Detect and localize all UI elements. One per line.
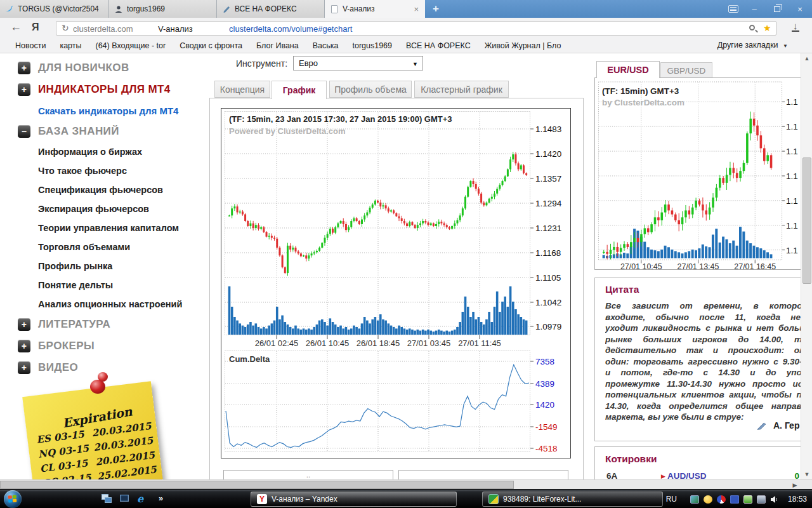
- tab-2[interactable]: График: [272, 81, 327, 99]
- sidebar-link[interactable]: Скачать индикаторы для МТ4: [0, 100, 209, 121]
- liteforex-icon: [488, 494, 499, 504]
- sidebar-section-label: ЛИТЕРАТУРА: [38, 318, 110, 331]
- quote-signature: А. Гер: [757, 420, 799, 431]
- vertical-scroll-thumb[interactable]: [802, 157, 811, 284]
- bookmark-item[interactable]: Васька: [313, 41, 339, 50]
- scroll-down-icon[interactable]: ▼: [801, 469, 812, 479]
- bookmark-item[interactable]: карты: [60, 41, 81, 50]
- window-switcher-icon[interactable]: [102, 494, 113, 504]
- taskbar-button-2[interactable]: 938489: LiteForex-Lit...: [482, 491, 663, 507]
- downloads-button[interactable]: ↓: [792, 21, 799, 32]
- svg-text:1.1: 1.1: [786, 246, 798, 255]
- other-bookmarks-button[interactable]: Другие закладки ▼: [717, 41, 788, 50]
- yandex-menu-button[interactable]: Я: [32, 22, 39, 33]
- back-button[interactable]: ←: [10, 20, 22, 34]
- bookmark-item[interactable]: Сводки с фронта: [180, 41, 242, 50]
- expand-toggle-icon[interactable]: +: [18, 83, 30, 96]
- horizontal-scrollbar[interactable]: ▶: [0, 479, 812, 489]
- svg-text:1420: 1420: [535, 400, 554, 410]
- vertical-scrollbar[interactable]: ▲ ▼: [801, 53, 812, 479]
- sidebar-item[interactable]: Понятие дельты: [0, 276, 209, 295]
- bookmark-item[interactable]: Блог Ивана: [256, 41, 299, 50]
- svg-text:1.1: 1.1: [786, 171, 798, 181]
- sidebar-section-header[interactable]: +ЛИТЕРАТУРА: [0, 314, 209, 335]
- volume-tray-icon[interactable]: [770, 495, 778, 504]
- quote-line: Все зависит от времени, в которое: [605, 300, 801, 312]
- app-swirl-tray-icon[interactable]: [717, 495, 726, 504]
- bookmark-item[interactable]: Живой Журнал | Бло: [485, 41, 561, 50]
- instrument-selected-value: Евро: [299, 58, 318, 68]
- sidebar-section-label: ИНДИКАТОРЫ ДЛЯ МТ4: [38, 83, 171, 96]
- tab-eurusd[interactable]: EUR/USD: [596, 61, 660, 78]
- minimize-button[interactable]: –: [747, 4, 761, 14]
- internet-explorer-icon[interactable]: e: [137, 494, 148, 504]
- maximize-button[interactable]: [770, 4, 784, 14]
- sidebar-item[interactable]: Теории управления капиталом: [0, 218, 209, 237]
- close-button[interactable]: ×: [793, 4, 807, 14]
- quote-line: 14.30, когда определится общее направл: [605, 401, 801, 412]
- tab-4[interactable]: Кластерный график: [414, 81, 509, 98]
- main-price-chart: 1.14831.14201.13571.12941.12311.11681.11…: [221, 108, 571, 458]
- horizontal-scroll-thumb[interactable]: [0, 481, 514, 489]
- svg-text:1.1483: 1.1483: [535, 124, 561, 134]
- bookmark-item[interactable]: (64) Входящие - tor: [95, 41, 166, 50]
- expand-toggle-icon[interactable]: −: [18, 125, 30, 138]
- quicklaunch-chevron-icon[interactable]: »: [159, 493, 163, 503]
- svg-text:-1549: -1549: [535, 422, 558, 432]
- start-button[interactable]: [4, 490, 22, 508]
- blue-app-tray-icon[interactable]: [730, 495, 739, 504]
- bookmark-item[interactable]: torgus1969: [352, 41, 392, 50]
- show-desktop-icon[interactable]: [119, 494, 131, 504]
- tab-3[interactable]: Профиль объема: [329, 81, 412, 98]
- tab-list-icon[interactable]: [728, 5, 738, 13]
- smiley-tray-icon[interactable]: [704, 495, 712, 504]
- reload-icon[interactable]: ↻: [62, 23, 69, 33]
- sidebar-section-header[interactable]: −БАЗА ЗНАНИЙ: [0, 121, 209, 142]
- sidebar-item[interactable]: Анализ опционных настроений: [0, 295, 209, 314]
- sidebar-item[interactable]: Экспирация фьючерсов: [0, 199, 209, 218]
- search-icon[interactable]: [749, 25, 755, 30]
- tab-gbpusd[interactable]: GBP/USD: [660, 62, 712, 79]
- svg-text:27/01 03:45: 27/01 03:45: [407, 338, 451, 348]
- picture-tray-icon[interactable]: [690, 495, 699, 504]
- down-arrow-icon: ▶: [661, 473, 665, 479]
- browser-tab-3[interactable]: ВСЕ НА ФОРЕКС: [217, 0, 325, 18]
- sidebar-item[interactable]: Торговля объемами: [0, 237, 209, 257]
- taskbar-button-1[interactable]: YV-анализ – Yandex: [251, 491, 457, 507]
- sidebar-item[interactable]: Информация о биржах: [0, 142, 209, 161]
- bookmark-item[interactable]: Новости: [15, 41, 46, 50]
- sidebar-item[interactable]: Что такое фьючерс: [0, 161, 209, 180]
- browser-tab-1[interactable]: TORGUS (@Victor2504: [0, 0, 109, 18]
- instrument-select[interactable]: Евро ▼: [293, 56, 423, 70]
- expand-toggle-icon[interactable]: +: [18, 361, 30, 374]
- page-url[interactable]: clusterdelta.com/volume#getchart: [229, 24, 352, 34]
- tab-close-icon[interactable]: ×: [412, 4, 420, 14]
- sidebar-section-header[interactable]: +БРОКЕРЫ: [0, 335, 209, 357]
- clock[interactable]: 18:53: [788, 495, 807, 504]
- quote-line: входите, обычно после 11, когда нем: [605, 312, 801, 323]
- expand-toggle-icon[interactable]: +: [18, 62, 30, 74]
- expand-toggle-icon[interactable]: +: [18, 340, 30, 352]
- language-indicator[interactable]: RU: [666, 495, 677, 504]
- browser-tab-4[interactable]: V-анализ×: [325, 0, 425, 18]
- select-caret-icon: ▼: [412, 61, 418, 67]
- quote-panel: Цитата Все зависит от времени, в которое…: [594, 277, 801, 441]
- bookmark-item[interactable]: ВСЕ НА ФОРЕКС: [406, 41, 471, 50]
- tab-1[interactable]: Концепция: [214, 81, 270, 98]
- expand-toggle-icon[interactable]: +: [18, 318, 30, 331]
- sidebar-item[interactable]: Профиль рынка: [0, 257, 209, 276]
- scroll-right-icon[interactable]: ▶: [789, 480, 801, 490]
- sidebar-section-header[interactable]: +ДЛЯ НОВИЧКОВ: [0, 57, 209, 79]
- sidebar-section-header[interactable]: +ИНДИКАТОРЫ ДЛЯ МТ4: [0, 79, 209, 100]
- svg-text:1.1231: 1.1231: [535, 224, 561, 233]
- sidebar-item[interactable]: Спецификация фьючерсов: [0, 180, 209, 199]
- bookmark-star-icon[interactable]: ★: [763, 23, 771, 33]
- power-tray-icon[interactable]: [743, 495, 752, 504]
- browser-tab-2[interactable]: torgus1969: [109, 0, 217, 18]
- scroll-up-icon[interactable]: ▲: [801, 53, 812, 64]
- svg-text:1.1042: 1.1042: [535, 298, 561, 307]
- eurusd-mini-chart: 1.11.11.11.11.11.11.127/01 10:4527/01 13…: [595, 78, 801, 269]
- new-tab-button[interactable]: +: [425, 0, 447, 18]
- address-bar[interactable]: ↻ clusterdelta.com V-анализ clusterdelta…: [56, 21, 776, 36]
- network-tray-icon[interactable]: [757, 495, 766, 504]
